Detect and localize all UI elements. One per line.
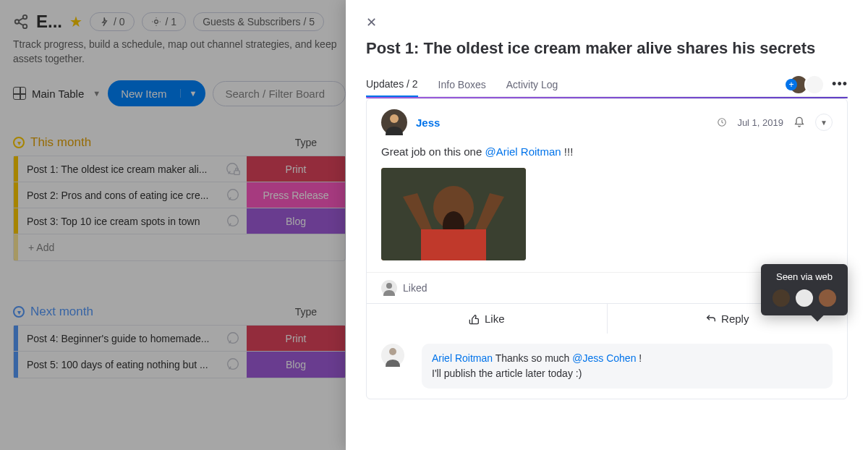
collapse-icon[interactable]: ▾ xyxy=(13,137,25,148)
bell-icon[interactable] xyxy=(793,116,805,128)
svg-rect-17 xyxy=(421,229,486,260)
conversation-icon[interactable] xyxy=(225,357,241,373)
new-item-label: New Item xyxy=(108,88,179,100)
avatar xyxy=(794,288,814,308)
type-cell[interactable]: Press Release xyxy=(247,182,345,208)
view-label: Main Table xyxy=(32,88,84,100)
reply-icon xyxy=(705,313,717,325)
share-icon[interactable] xyxy=(13,14,29,30)
like-label: Like xyxy=(485,313,505,325)
author-name[interactable]: Jess xyxy=(416,116,440,129)
conversation-icon[interactable] xyxy=(225,213,241,229)
type-cell[interactable]: Blog xyxy=(247,352,345,378)
user-mention[interactable]: Ariel Roitman xyxy=(432,352,493,364)
view-selector[interactable]: Main Table ▼ xyxy=(13,87,101,100)
integration-pill-1[interactable]: / 0 xyxy=(90,12,135,31)
text-part: ! xyxy=(636,352,642,364)
update-card: Jess Jul 1, 2019 ▼ Great job on xyxy=(366,98,848,399)
update-text: Great job on this one @Ariel Roitman !!! xyxy=(381,145,833,158)
user-mention[interactable]: @Ariel Roitman xyxy=(485,145,561,158)
table-row[interactable]: Post 4: Beginner's guide to homemade... … xyxy=(14,326,345,352)
close-icon[interactable]: ✕ xyxy=(366,14,377,30)
group-table: Post 4: Beginner's guide to homemade... … xyxy=(13,325,346,378)
svg-point-10 xyxy=(228,332,239,343)
add-subscriber-icon[interactable]: + xyxy=(786,79,797,90)
reply-message[interactable]: Ariel Roitman Thanks so much @Jess Cohen… xyxy=(422,344,833,389)
svg-point-2 xyxy=(23,25,27,28)
chevron-down-icon[interactable]: ▼ xyxy=(180,89,206,98)
group-title[interactable]: This month xyxy=(30,135,91,150)
attached-image[interactable] xyxy=(381,168,526,260)
tab-updates[interactable]: Updates / 2 xyxy=(366,72,418,97)
update-date: Jul 1, 2019 xyxy=(737,117,783,128)
like-button[interactable]: Like xyxy=(367,304,607,334)
table-row[interactable]: Post 3: Top 10 ice cream spots in town B… xyxy=(14,208,345,234)
more-options-icon[interactable]: ••• xyxy=(832,77,848,92)
svg-point-11 xyxy=(228,359,239,370)
text-part: !!! xyxy=(561,145,574,158)
svg-point-0 xyxy=(23,15,27,20)
integration-pill-2[interactable]: / 1 xyxy=(142,12,187,31)
tab-activity-log[interactable]: Activity Log xyxy=(506,73,558,96)
conversation-icon[interactable] xyxy=(225,331,241,347)
group-table: Post 1: The oldest ice cream maker ali..… xyxy=(13,156,346,261)
item-name[interactable]: Post 1: The oldest ice cream maker ali..… xyxy=(18,164,225,175)
avatar xyxy=(771,288,791,308)
search-input[interactable]: Search / Filter Board xyxy=(213,81,346,106)
group-title[interactable]: Next month xyxy=(30,305,93,319)
table-row[interactable]: Post 5: 100 days of eating nothing but .… xyxy=(14,352,345,378)
liked-label: Liked xyxy=(403,282,427,294)
text-part: Great job on this one xyxy=(381,145,485,158)
grid-icon xyxy=(13,87,26,100)
star-icon[interactable]: ★ xyxy=(69,13,82,30)
user-mention[interactable]: @Jess Cohen xyxy=(572,352,636,364)
clock-icon xyxy=(717,117,727,127)
tab-info-boxes[interactable]: Info Boxes xyxy=(438,73,486,96)
new-item-button[interactable]: New Item ▼ xyxy=(108,80,205,106)
svg-point-1 xyxy=(15,20,20,24)
avatar xyxy=(381,280,397,296)
add-item-row[interactable]: + Add xyxy=(14,234,345,260)
add-label: + Add xyxy=(18,242,64,253)
author-avatar[interactable] xyxy=(381,109,407,135)
item-name[interactable]: Post 5: 100 days of eating nothing but .… xyxy=(18,359,225,370)
guests-pill[interactable]: Guests & Subscribers / 5 xyxy=(193,12,324,31)
board-description: Ttrack progress, build a schedule, map o… xyxy=(13,38,346,66)
pill-text: / 1 xyxy=(166,16,177,27)
table-row[interactable]: Post 2: Pros and cons of eating ice cre.… xyxy=(14,182,345,208)
item-name[interactable]: Post 4: Beginner's guide to homemade... xyxy=(18,333,225,344)
svg-point-5 xyxy=(154,20,158,24)
svg-rect-7 xyxy=(234,171,239,175)
reply-avatar[interactable] xyxy=(381,344,404,367)
pill-text: / 0 xyxy=(114,16,125,27)
item-name[interactable]: Post 3: Top 10 ice cream spots in town xyxy=(18,216,225,227)
svg-line-3 xyxy=(19,18,23,21)
reply-label: Reply xyxy=(721,313,749,325)
collapse-icon[interactable]: ▾ xyxy=(13,306,25,318)
type-cell[interactable]: Print xyxy=(247,326,345,351)
conversation-icon[interactable] xyxy=(225,187,241,203)
avatar xyxy=(804,75,825,95)
row-color-bar xyxy=(14,234,18,260)
text-part: I'll publish the article later today :) xyxy=(432,368,582,379)
column-header: Type xyxy=(295,306,346,318)
svg-point-8 xyxy=(228,189,239,200)
board-panel: E... ★ / 0 / 1 Guests & Subscribers / 5 … xyxy=(0,0,346,450)
chevron-down-icon[interactable]: ▼ xyxy=(815,114,833,131)
tooltip-label: Seen via web xyxy=(776,271,833,282)
seen-tooltip: Seen via web xyxy=(761,264,848,315)
svg-point-20 xyxy=(389,348,396,355)
item-name[interactable]: Post 2: Pros and cons of eating ice cre.… xyxy=(18,190,225,201)
board-title[interactable]: E... xyxy=(36,12,62,32)
text-part: Thanks so much xyxy=(493,352,572,364)
table-row[interactable]: Post 1: The oldest ice cream maker ali..… xyxy=(14,156,345,182)
conversation-locked-icon[interactable] xyxy=(225,161,241,177)
svg-point-18 xyxy=(386,283,392,289)
subscribers-avatars[interactable]: + xyxy=(793,75,825,95)
liked-by[interactable]: Liked xyxy=(381,280,427,296)
svg-point-12 xyxy=(390,114,399,123)
column-header: Type xyxy=(295,137,346,148)
type-cell[interactable]: Print xyxy=(247,156,345,182)
type-cell[interactable]: Blog xyxy=(247,208,345,234)
chevron-down-icon: ▼ xyxy=(93,89,101,98)
